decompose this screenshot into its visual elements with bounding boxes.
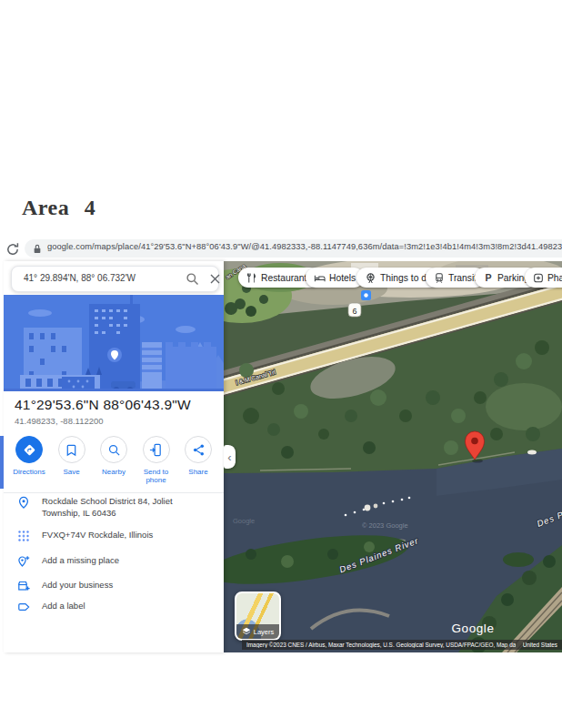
place-pin-icon (17, 496, 30, 509)
place-panel: 41° 29.894'N, 88° 06.732'W (4, 261, 224, 652)
chip-label: Pharmacies (547, 273, 562, 283)
svg-text:6: 6 (352, 307, 356, 316)
lock-icon (33, 243, 42, 255)
things-to-do-icon (365, 272, 376, 284)
add-label-icon (17, 601, 30, 613)
chip-hotels[interactable]: Hotels (306, 268, 364, 288)
close-icon[interactable] (208, 272, 222, 286)
chip-label: Restaurants (261, 273, 312, 283)
chevron-left-icon: ‹ (227, 450, 231, 464)
parking-icon: P (483, 272, 494, 284)
svg-text:P: P (485, 272, 491, 283)
add-missing-place-row[interactable]: Add a missing place (4, 555, 224, 568)
pharmacy-icon (533, 272, 544, 284)
address-text: Rockdale School District 84, Joliet Town… (42, 496, 224, 519)
url-text[interactable]: google.com/maps/place/41°29'53.6"N+88°06… (47, 242, 562, 251)
add-business-icon (17, 580, 30, 592)
action-label: Send to phone (136, 468, 176, 484)
action-label: Save (63, 468, 79, 476)
browser-address-bar: google.com/maps/place/41°29'53.6"N+88°06… (0, 238, 562, 261)
nearby-icon (107, 443, 121, 457)
action-label: Nearby (102, 468, 125, 476)
search-query[interactable]: 41° 29.894'N, 88° 06.732'W (24, 273, 135, 283)
divider (4, 492, 224, 493)
reload-icon[interactable] (5, 242, 20, 257)
action-label: Directions (13, 468, 45, 476)
watermark-fragment: Google (233, 517, 255, 525)
route-6-shield: 6 (348, 303, 361, 317)
place-banner-illustration (4, 295, 224, 391)
share-icon (192, 443, 206, 457)
send-to-phone-icon (149, 443, 163, 457)
add-label-row[interactable]: Add a label (4, 601, 224, 613)
imagery-watermark: © 2023 Google (362, 521, 408, 530)
chip-label: Hotels (329, 273, 356, 283)
restaurants-icon (246, 272, 257, 284)
save-icon (65, 443, 78, 457)
directions-button[interactable]: Directions (9, 436, 49, 484)
save-button[interactable]: Save (52, 436, 92, 484)
chip-label: Things to do (380, 273, 432, 283)
chip-label: Transit (448, 273, 477, 283)
add-business-text: Add your business (42, 580, 125, 592)
hotels-icon (314, 272, 326, 284)
page-title: Area 4 (22, 196, 95, 220)
left-edge-artifact (0, 436, 4, 489)
chip-pharmacies[interactable]: Pharmacies (525, 268, 562, 288)
add-place-icon (17, 555, 30, 568)
collapse-panel-button[interactable]: ‹ (224, 445, 236, 469)
place-title: 41°29'53.6"N 88°06'43.9"W (15, 397, 191, 413)
transit-icon (434, 272, 445, 284)
layers-icon (242, 627, 251, 636)
map-attribution: Imagery ©2023 CNES / Airbus, Maxar Techn… (242, 640, 562, 650)
send-to-phone-button[interactable]: Send to phone (136, 436, 176, 484)
nearby-button[interactable]: Nearby (94, 436, 134, 484)
share-button[interactable]: Share (178, 436, 218, 484)
search-icon[interactable] (186, 272, 199, 286)
attribution-region: United States (523, 642, 557, 648)
plus-code-text: FVXQ+74V Rockdale, Illinois (42, 530, 166, 541)
place-coordinates: 41.498233, -88.112200 (15, 416, 104, 426)
directions-icon (23, 443, 36, 457)
plus-code-row[interactable]: FVXQ+74V Rockdale, Illinois (4, 530, 224, 542)
layers-button[interactable]: Layers (235, 592, 281, 641)
google-watermark-logo: Google (451, 622, 494, 635)
add-label-text: Add a label (42, 601, 98, 612)
action-buttons-row: Directions Save Nearby (9, 436, 218, 484)
search-input[interactable]: 41° 29.894'N, 88° 06.732'W (11, 266, 219, 292)
address-row[interactable]: Rockdale School District 84, Joliet Town… (4, 496, 224, 519)
attribution-text: Imagery ©2023 CNES / Airbus, Maxar Techn… (246, 642, 516, 648)
action-label: Share (188, 468, 207, 476)
add-missing-place-text: Add a missing place (42, 555, 132, 567)
add-business-row[interactable]: Add your business (4, 580, 224, 592)
blue-poi-icon[interactable] (361, 290, 371, 300)
plus-code-icon (17, 530, 30, 542)
layers-label: Layers (254, 628, 275, 636)
